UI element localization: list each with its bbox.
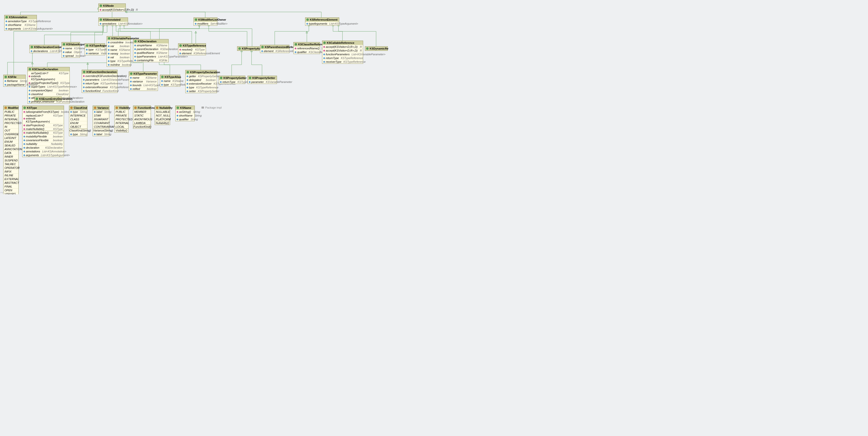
uml-member: fileNameString	[3, 79, 25, 83]
uml-title: KSAnnotation	[9, 16, 27, 19]
inheritance-edge	[71, 24, 103, 42]
uml-header: KSVariableParameter	[107, 36, 130, 40]
uml-member: PRIVATE	[3, 114, 19, 117]
property-icon	[161, 80, 163, 82]
uml-title: KSTypeAlias	[165, 75, 181, 79]
uml-member: annotationsList<KSAnnotation>	[23, 149, 64, 153]
uml-member: asType(List<? extends KSTypeArgument>)KS…	[28, 71, 69, 81]
uml-KSCallableReference[interactable]: KSCallableReferenceaccept(KSVisitor<D,R>…	[322, 40, 363, 64]
uml-KSTypeReference[interactable]: KSTypeReferenceresolve()KSTypeelementKSR…	[178, 43, 206, 55]
uml-member: packageNameKSName	[3, 83, 25, 86]
uml-FunctionKind[interactable]: FunctionKindMEMBERSTATICANONYMOUSLAMBDAF…	[133, 105, 151, 129]
uml-KSAnnotation[interactable]: KSAnnotationannotationTypeKSTypeReferenc…	[4, 15, 37, 31]
property-icon	[23, 147, 25, 149]
property-icon	[187, 79, 188, 81]
uml-KSModifierListOwner[interactable]: KSModifierListOwnermodifiersSet<Modifier…	[193, 18, 217, 26]
property-icon	[83, 90, 85, 92]
uml-KSDeclarationContainer[interactable]: KSDeclarationContainerdeclarationsList<K…	[29, 45, 59, 53]
uml-member: boundsList<KSTypeReference>	[129, 83, 158, 87]
uml-member: CONTRAVARIANT	[93, 125, 109, 128]
uml-KSNode[interactable]: KSNodeaccept(KSVisitor<D,R>,D)R	[98, 3, 126, 12]
property-icon	[70, 111, 72, 113]
method-icon	[29, 75, 30, 77]
method-icon	[23, 125, 25, 126]
uml-member: SUSPEND	[3, 158, 19, 162]
uml-title: KSTypeReference	[183, 44, 206, 47]
uml-member: INTERNAL	[3, 117, 19, 121]
uml-member: returnTypeKSTypeReference	[219, 80, 245, 84]
uml-KSAnnotated[interactable]: KSAnnotatedannotationsList<KSAnnotation>	[98, 18, 128, 26]
interface-icon	[179, 44, 182, 47]
property-icon	[108, 60, 110, 62]
uml-KSTypeParameter[interactable]: KSTypeParameternameKSNamevarianceVarianc…	[129, 71, 158, 91]
method-icon	[323, 46, 325, 48]
uml-KSPropertySetter[interactable]: KSPropertySetterparameterKSVariableParam…	[248, 76, 277, 84]
uml-member: SEALED	[3, 144, 19, 147]
uml-member: crossInlineboolean	[107, 40, 130, 44]
uml-Variance[interactable]: VariancelabelStringSTARINVARIANTCOVARIAN…	[93, 105, 109, 136]
uml-header: KSDeclarationContainer	[30, 45, 59, 49]
uml-KSName[interactable]: KSNameasString()StringshortNameStringqua…	[175, 105, 195, 121]
uml-KSPropertyDeclaration[interactable]: KSPropertyDeclarationgetterKSPropertyGet…	[185, 70, 217, 93]
uml-header: KSDynamicReference	[365, 46, 388, 51]
inheritance-edge	[252, 50, 262, 76]
uml-member: accept(KSVisitor<D,R>,D)R	[322, 49, 363, 52]
uml-member: declarationsList<KSDeclaration>	[30, 49, 59, 53]
uml-Modifier[interactable]: ModifierPUBLICPRIVATEINTERNALPROTECTEDIN…	[3, 105, 19, 194]
interface-icon	[36, 98, 38, 100]
uml-KSVariableParameter[interactable]: KSVariableParametercrossInlinebooleanvar…	[106, 36, 131, 67]
uml-member: varargboolean	[107, 52, 130, 55]
uml-ClassKind[interactable]: ClassKindtypeStringINTERFACECLASSENUMOBJ…	[69, 105, 87, 136]
uml-member: PUBLIC	[3, 110, 19, 114]
uml-KSReferenceElement[interactable]: KSReferenceElementtypeArgumentsList<KSTy…	[305, 18, 339, 26]
uml-member: getterKSPropertyGetter	[186, 74, 217, 78]
uml-KSClassifierReference[interactable]: KSClassifierReferencereferencedName()Str…	[293, 42, 320, 54]
interface-icon	[220, 77, 222, 79]
interface-icon	[261, 46, 264, 48]
uml-member: argumentsList<KSTypeArgument>	[23, 153, 64, 157]
uml-member: nullabilityNullability	[23, 142, 64, 146]
uml-member: FINAL	[3, 185, 19, 188]
uml-member: INVARIANT	[93, 117, 109, 121]
uml-member: functionKindFunctionKind	[82, 89, 117, 93]
uml-member: returnTypeKSTypeReference	[82, 82, 117, 85]
uml-KSEnumEntryDeclaration[interactable]: KSEnumEntryDeclaration	[34, 97, 62, 101]
inheritance-edge	[44, 24, 103, 45]
uml-constructor: Variance(String)	[93, 128, 109, 132]
uml-KSFunctionDeclaration[interactable]: KSFunctionDeclarationoverrides(KSFunctio…	[82, 70, 118, 93]
uml-header: KSName	[176, 106, 194, 110]
uml-title: KSPropertySetter	[252, 76, 275, 80]
property-icon	[187, 83, 188, 85]
uml-member: shortNameKSName	[4, 23, 37, 27]
property-icon	[94, 111, 96, 113]
uml-header: KSTypeReference	[178, 43, 206, 48]
property-icon	[83, 83, 85, 85]
property-icon	[177, 115, 178, 117]
property-icon	[161, 84, 163, 86]
uml-header: Variance	[93, 106, 109, 110]
uml-title: ClassKind	[74, 106, 87, 109]
uml-KSDynamicReference[interactable]: KSDynamicReference	[365, 46, 388, 51]
uml-member: NOT_NULL	[155, 114, 170, 117]
inheritance-edge	[125, 12, 321, 18]
uml-KSFile[interactable]: KSFilefileNameStringpackageNameKSName	[3, 75, 26, 87]
property-icon	[94, 133, 96, 135]
property-icon	[323, 57, 325, 59]
uml-KSValueArgument[interactable]: KSValueArgumentnameKSNamevalueObjectspre…	[62, 42, 80, 58]
property-icon	[4, 80, 6, 82]
uml-KSPropertyGetter[interactable]: KSPropertyGetterreturnTypeKSTypeReferenc…	[219, 76, 245, 84]
uml-KSParenthesizedReference[interactable]: KSParenthesizedReferenceelementKSReferen…	[260, 45, 289, 53]
uml-KSPropertyAccessor[interactable]: KSPropertyAccessor	[237, 46, 259, 51]
uml-member: ABSTRACT	[3, 181, 19, 185]
uml-KSTypeAlias[interactable]: KSTypeAliasnameKSNametypeKSTypeReference	[160, 75, 180, 87]
uml-Nullability[interactable]: NullabilityNULLABLENOT_NULLPLATFORMNulla…	[155, 105, 170, 125]
uml-KSDeclaration[interactable]: KSDeclarationsimpleNameKSNameparentDecla…	[133, 39, 168, 62]
uml-KSType[interactable]: KSTypeisAssignableFrom(KSType)booleanrep…	[22, 105, 64, 157]
uml-member: extensionReceiverKSTypeReference	[82, 85, 117, 89]
uml-title: KSDeclaration	[138, 40, 156, 43]
uml-Visibility[interactable]: VisibilityPUBLICPRIVATEPROTECTEDINTERNAL…	[114, 105, 128, 132]
interface-icon	[100, 19, 102, 21]
uml-KSTypeArgument[interactable]: KSTypeArgumenttypeKSTypeReferencevarianc…	[85, 43, 105, 55]
uml-title: KSReferenceElement	[310, 18, 338, 21]
uml-title: KSTypeParameter	[133, 72, 157, 75]
